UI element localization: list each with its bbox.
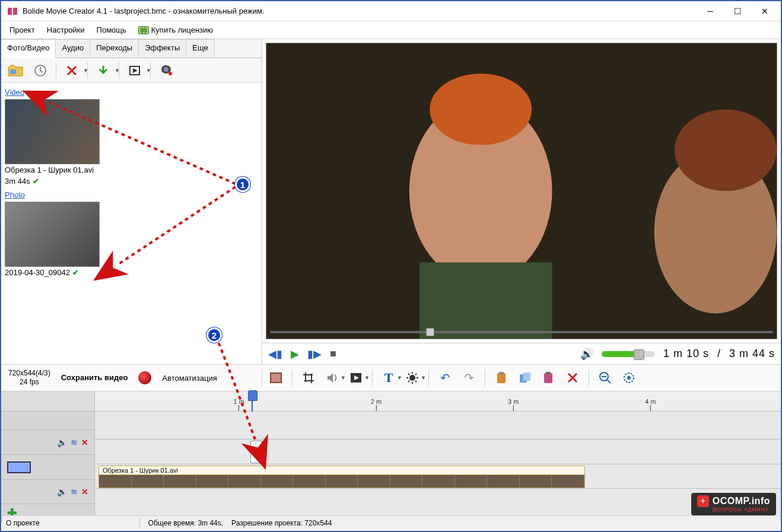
preview-scrubber[interactable] bbox=[270, 328, 773, 336]
prev-frame-button[interactable]: ◀▮ bbox=[268, 348, 282, 361]
svg-rect-1 bbox=[13, 8, 17, 15]
media-name: Обрезка 1 - Шурик 01.avi bbox=[5, 165, 94, 174]
project-resolution-info: 720x544(4/3) 24 fps bbox=[8, 369, 50, 387]
track-headers: 🔈 ≋ ✕ 🔈 ≋ ✕ ✚ bbox=[1, 412, 95, 522]
media-item-photo[interactable]: 2019-04-30_09042 ✔ bbox=[5, 202, 258, 277]
delete-track-icon[interactable]: ✕ bbox=[81, 438, 88, 447]
play-button[interactable]: ▶ bbox=[291, 348, 299, 361]
svg-rect-34 bbox=[546, 372, 551, 374]
delete-track-icon[interactable]: ✕ bbox=[81, 487, 88, 496]
recent-button[interactable] bbox=[30, 60, 51, 81]
automation-button[interactable]: Автоматизация bbox=[162, 374, 217, 383]
svg-line-25 bbox=[408, 374, 409, 375]
video-clip[interactable]: Обрезка 1 - Шурик 01.avi bbox=[98, 466, 585, 488]
tab-effects[interactable]: Эффекты bbox=[139, 39, 186, 58]
record-icon[interactable] bbox=[138, 371, 151, 384]
audio-icon[interactable]: ▼ bbox=[325, 370, 340, 386]
menu-buy-license[interactable]: Купить лицензию bbox=[133, 23, 218, 37]
timeline-area: 1 m 2 m 3 m 4 m 🔈 ≋ ✕ 🔈 ≋ ✕ ✚ bbox=[1, 391, 781, 522]
video-settings-icon[interactable]: ▼ bbox=[348, 370, 364, 386]
svg-rect-41 bbox=[8, 463, 30, 472]
project-resolution: 720x544(4/3) bbox=[8, 369, 50, 378]
media-caption: 2019-04-30_09042 ✔ bbox=[5, 268, 106, 277]
text-icon[interactable]: T▼ bbox=[381, 370, 396, 386]
redo-icon[interactable]: ↷ bbox=[461, 370, 476, 386]
watermark-sub: ВОПРОСЫ АДМИНУ bbox=[713, 507, 769, 513]
svg-rect-2 bbox=[10, 69, 16, 74]
save-section: 720x544(4/3) 24 fps Сохранить видео Авто… bbox=[1, 369, 262, 387]
paste-icon[interactable] bbox=[541, 370, 557, 386]
svg-rect-30 bbox=[499, 372, 504, 374]
menu-help[interactable]: Помощь bbox=[92, 23, 131, 37]
svg-rect-33 bbox=[544, 373, 552, 383]
ruler-tick: 2 m bbox=[371, 398, 382, 411]
photo-thumbnail bbox=[5, 202, 100, 267]
menu-project[interactable]: Проект bbox=[5, 23, 40, 37]
zoom-fit-icon[interactable] bbox=[621, 370, 637, 386]
video-section-label[interactable]: Video bbox=[5, 88, 258, 97]
ruler-tick: 3 m bbox=[508, 398, 519, 411]
time-separator: / bbox=[717, 348, 721, 360]
delete-clip-icon[interactable] bbox=[565, 370, 580, 386]
clip-settings-button[interactable]: ▼ bbox=[124, 60, 145, 81]
tab-photo-video[interactable]: Фото/Видео bbox=[1, 39, 56, 58]
playback-controls: ◀▮ ▶ ▮▶ ■ 🔊 1 m 10 s / 3 m 44 s bbox=[262, 343, 781, 364]
volume-slider[interactable] bbox=[602, 351, 655, 357]
clipboard-icon[interactable] bbox=[494, 370, 509, 386]
minimize-button[interactable]: ─ bbox=[697, 2, 724, 20]
video-track[interactable]: Обрезка 1 - Шурик 01.avi bbox=[95, 464, 781, 489]
webcam-button[interactable] bbox=[155, 60, 177, 81]
money-icon bbox=[138, 26, 149, 34]
photo-section-label[interactable]: Photo bbox=[5, 190, 258, 199]
media-toolbar: ▼ ▼ ▼ bbox=[1, 58, 262, 83]
track-header bbox=[1, 454, 94, 479]
video-thumbnail bbox=[5, 99, 100, 164]
toolbar-separator bbox=[56, 62, 56, 79]
media-panel: Фото/Видео Аудио Переходы Эффекты Еще ▼ … bbox=[1, 39, 262, 364]
svg-point-20 bbox=[409, 375, 415, 381]
mute-icon[interactable]: 🔈 bbox=[57, 487, 67, 496]
brightness-icon[interactable]: ▼ bbox=[405, 370, 420, 386]
close-button[interactable]: ✕ bbox=[751, 2, 778, 20]
maximize-button[interactable]: ☐ bbox=[724, 2, 751, 20]
delete-button[interactable]: ▼ bbox=[61, 60, 82, 81]
status-about[interactable]: О проекте bbox=[6, 519, 40, 527]
preview-panel: ◀▮ ▶ ▮▶ ■ 🔊 1 m 10 s / 3 m 44 s bbox=[262, 39, 781, 364]
copy-icon[interactable] bbox=[517, 370, 533, 386]
next-frame-button[interactable]: ▮▶ bbox=[307, 348, 322, 361]
mute-icon[interactable]: 🔈 bbox=[57, 438, 67, 447]
tab-transitions[interactable]: Переходы bbox=[90, 39, 139, 58]
import-button[interactable]: ▼ bbox=[93, 60, 114, 81]
add-file-button[interactable] bbox=[5, 60, 26, 81]
menu-buy-license-label: Купить лицензию bbox=[151, 26, 213, 34]
svg-rect-29 bbox=[497, 373, 506, 383]
media-item-video[interactable]: Обрезка 1 - Шурик 01.avi 3m 44s ✔ bbox=[5, 99, 258, 186]
film-icon[interactable] bbox=[268, 370, 284, 386]
chevron-down-icon: ▼ bbox=[146, 68, 151, 74]
save-video-button[interactable]: Сохранить видео bbox=[61, 373, 128, 383]
menu-settings[interactable]: Настройки bbox=[42, 23, 90, 37]
track-content[interactable]: Обрезка 1 - Шурик 01.avi bbox=[95, 412, 781, 522]
status-resolution: Разрешение проекта: 720x544 bbox=[231, 519, 332, 527]
svg-line-37 bbox=[607, 380, 611, 383]
undo-icon[interactable]: ↶ bbox=[437, 370, 453, 386]
volume-icon[interactable]: 🔊 bbox=[580, 348, 593, 361]
svg-point-12 bbox=[430, 74, 532, 145]
collapse-icon[interactable]: ≋ bbox=[71, 487, 78, 496]
video-preview[interactable] bbox=[266, 43, 777, 339]
zoom-out-icon[interactable] bbox=[597, 370, 613, 386]
tab-more[interactable]: Еще bbox=[186, 39, 214, 58]
svg-rect-17 bbox=[271, 374, 281, 382]
scrubber-handle[interactable] bbox=[426, 328, 434, 336]
stop-button[interactable]: ■ bbox=[330, 348, 336, 360]
crop-icon[interactable] bbox=[301, 370, 316, 386]
overlay-track[interactable] bbox=[95, 439, 781, 464]
tab-audio[interactable]: Аудио bbox=[56, 39, 90, 58]
collapse-icon[interactable]: ≋ bbox=[71, 438, 78, 447]
media-duration: 3m 44s bbox=[5, 177, 30, 186]
overlay-clip[interactable] bbox=[250, 441, 262, 463]
svg-point-9 bbox=[169, 72, 172, 75]
timeline-ruler[interactable]: 1 m 2 m 3 m 4 m bbox=[1, 391, 781, 412]
svg-line-26 bbox=[415, 381, 417, 382]
watermark-brand: OCOMP.info bbox=[713, 496, 770, 506]
